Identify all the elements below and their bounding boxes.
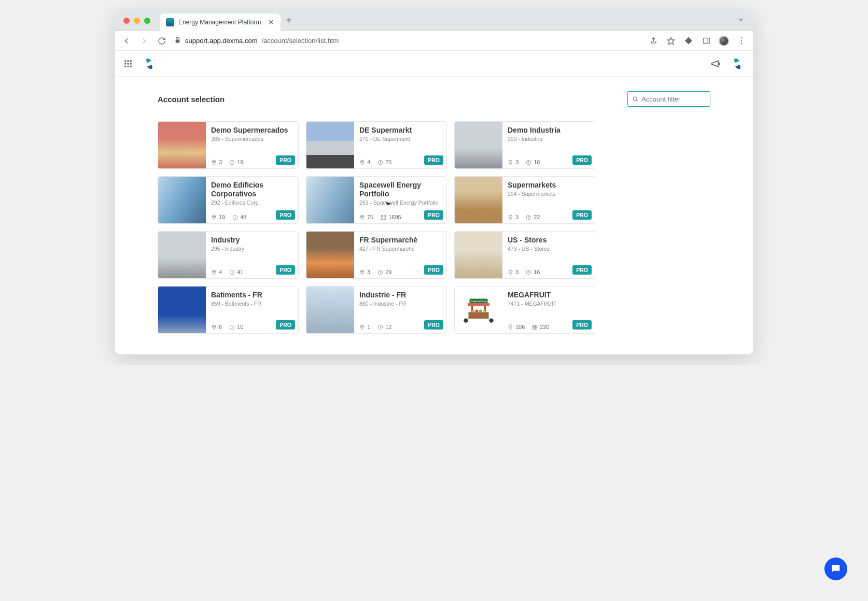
minimize-window-button[interactable]: [134, 18, 140, 24]
favicon-icon: [166, 18, 174, 26]
svg-point-27: [510, 216, 511, 217]
page-header: Account selection: [158, 91, 710, 107]
svg-point-50: [489, 318, 493, 322]
account-card[interactable]: Demo Industria290 - Industria318PRO: [454, 121, 595, 169]
lock-icon: [174, 37, 181, 45]
new-tab-button[interactable]: +: [286, 15, 292, 26]
svg-rect-7: [128, 63, 129, 64]
card-thumbnail: [158, 287, 206, 334]
pro-badge: PRO: [276, 210, 295, 220]
back-button[interactable]: [121, 36, 132, 46]
account-card[interactable]: Supermarkets294 - Supermarkets322PRO: [454, 176, 595, 224]
app-logo-secondary[interactable]: [730, 56, 745, 71]
card-thumbnail: [306, 122, 354, 169]
time-stat: 41: [229, 269, 243, 275]
card-title: Demo Edificios Corporativos: [211, 181, 293, 198]
apps-grid-icon[interactable]: [123, 59, 133, 68]
svg-rect-25: [382, 218, 383, 219]
card-thumbnail: [455, 122, 502, 169]
svg-rect-55: [536, 327, 537, 329]
browser-tab[interactable]: Energy Management Platform ✕: [160, 13, 281, 31]
svg-text:Traditional Shop: Traditional Shop: [471, 300, 487, 303]
app: Account selection Demo Supermercados265 …: [115, 51, 753, 354]
browser-menu-icon[interactable]: ⋮: [736, 36, 747, 46]
extensions-icon[interactable]: [683, 36, 694, 46]
location-stat: 19: [211, 214, 225, 220]
close-window-button[interactable]: [123, 18, 130, 24]
card-subtitle: 7471 - MEGAFRUIT: [508, 300, 590, 307]
app-logo[interactable]: [142, 56, 157, 71]
account-card[interactable]: Demo Supermercados265 - Supermercados319…: [158, 121, 299, 169]
app-header: [115, 51, 753, 77]
svg-point-14: [213, 161, 215, 162]
announcements-icon[interactable]: [710, 59, 721, 69]
card-body: FR Supermarché427 - FR Supermarché329PRO: [354, 232, 446, 278]
svg-rect-53: [536, 325, 537, 326]
star-icon[interactable]: [666, 36, 676, 46]
account-card[interactable]: US - Stores473 - US - Stores316PRO: [454, 231, 595, 279]
svg-rect-9: [124, 65, 126, 67]
card-subtitle: 860 - Industrie - FR: [359, 300, 441, 307]
card-body: Industrie - FR860 - Industrie - FR112PRO: [354, 287, 446, 333]
account-card[interactable]: DE Supermarkt270 - DE Supermarkt425PRO: [306, 121, 447, 169]
card-thumbnail: [306, 232, 354, 279]
maximize-window-button[interactable]: [144, 18, 150, 24]
pro-badge: PRO: [572, 320, 592, 330]
pro-badge: PRO: [572, 265, 592, 275]
filter-input[interactable]: [641, 95, 706, 103]
card-title: US - Stores: [508, 236, 590, 245]
card-thumbnail: [306, 177, 354, 224]
card-thumbnail: [158, 122, 206, 169]
reload-button[interactable]: [157, 36, 167, 46]
card-subtitle: 290 - Industria: [508, 136, 590, 142]
svg-point-49: [464, 318, 468, 322]
svg-marker-0: [667, 37, 674, 44]
card-title: DE Supermarkt: [359, 126, 441, 135]
account-card[interactable]: Spacewell Energy Portfolio293 - Spacewel…: [306, 176, 447, 224]
card-body: DE Supermarkt270 - DE Supermarkt425PRO: [354, 122, 446, 168]
card-title: Demo Industria: [508, 126, 590, 135]
card-thumbnail: [455, 232, 502, 279]
card-body: Batiments - FR859 - Batiments - FR610PRO: [206, 287, 298, 333]
card-body: Demo Supermercados265 - Supermercados319…: [206, 122, 298, 168]
svg-point-18: [510, 161, 511, 162]
tab-title: Energy Management Platform: [178, 19, 261, 26]
address-bar: support.app.dexma.com/account/selection/…: [115, 31, 753, 51]
forward-button[interactable]: [139, 36, 149, 46]
account-grid: Demo Supermercados265 - Supermercados319…: [158, 121, 710, 334]
account-card[interactable]: Batiments - FR859 - Batiments - FR610PRO: [158, 286, 299, 334]
account-card[interactable]: Traditional ShopMEGAFRUIT7471 - MEGAFRUI…: [454, 286, 595, 334]
account-filter[interactable]: [627, 91, 710, 107]
svg-point-20: [213, 216, 215, 217]
card-title: MEGAFRUIT: [508, 291, 590, 299]
account-card[interactable]: Industrie - FR860 - Industrie - FR112PRO: [306, 286, 447, 334]
time-stat: 10: [229, 324, 243, 330]
close-tab-icon[interactable]: ✕: [268, 18, 274, 26]
share-icon[interactable]: [648, 36, 659, 46]
location-stat: 4: [211, 269, 222, 275]
url-path: /account/selection/list.htm: [261, 37, 339, 45]
tabs-dropdown-icon[interactable]: [737, 16, 745, 25]
account-card[interactable]: Demo Edificios Corporativos292 - Edifici…: [158, 176, 299, 224]
card-title: Industry: [211, 236, 293, 245]
sidepanel-icon[interactable]: [701, 36, 711, 46]
location-stat: 3: [359, 269, 370, 275]
account-card[interactable]: Industry295 - Industry441PRO: [158, 231, 299, 279]
account-card[interactable]: FR Supermarché427 - FR Supermarché329PRO: [306, 231, 447, 279]
card-body: Industry295 - Industry441PRO: [206, 232, 298, 278]
svg-rect-23: [382, 215, 383, 217]
time-stat: 48: [232, 214, 246, 220]
browser-window: Energy Management Platform ✕ + support.a…: [115, 10, 753, 354]
card-subtitle: 265 - Supermercados: [211, 136, 293, 142]
pro-badge: PRO: [424, 155, 443, 165]
card-subtitle: 473 - US - Stores: [508, 246, 590, 252]
svg-rect-52: [533, 325, 535, 326]
url-field[interactable]: support.app.dexma.com/account/selection/…: [174, 37, 641, 45]
page: Account selection Demo Supermercados265 …: [115, 77, 753, 354]
card-body: Demo Edificios Corporativos292 - Edifici…: [206, 177, 298, 223]
toolbar-icons: ⋮: [648, 36, 747, 46]
time-stat: 25: [377, 159, 391, 165]
card-thumbnail: [158, 177, 206, 224]
svg-rect-6: [124, 63, 126, 64]
profile-avatar[interactable]: [719, 36, 729, 46]
